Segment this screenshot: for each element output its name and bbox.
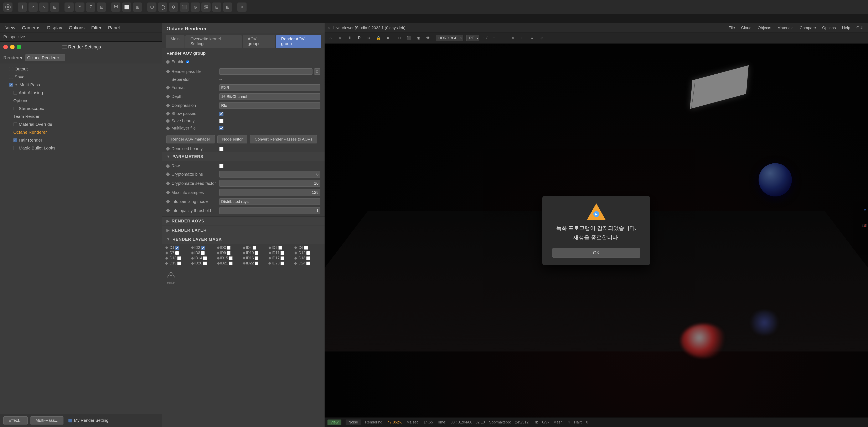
sidebar-item-magic-bullet[interactable]: Magic Bullet Looks (0, 144, 162, 152)
toolbar-chain[interactable]: ⛓ (202, 2, 211, 12)
sidebar-item-stereoscopic[interactable]: Stereoscopic (0, 105, 162, 112)
sidebar-item-multipass[interactable]: ✓ ▼ Multi-Pass (0, 81, 162, 89)
vt-zoom-out[interactable]: - (499, 34, 507, 42)
toolbar-rotate[interactable]: ↺ (29, 2, 38, 12)
vt-square[interactable]: □ (396, 34, 403, 42)
lv-menu-objects[interactable]: Objects (756, 25, 773, 31)
lv-menu-gui[interactable]: GUI (855, 25, 865, 31)
id19-checkbox[interactable] (177, 262, 181, 265)
toolbar-scale[interactable]: ⤡ (39, 2, 49, 12)
toolbar-transform[interactable]: ⊞ (50, 2, 59, 12)
vt-zoom-in[interactable]: + (490, 34, 498, 42)
lv-menu-file[interactable]: File (727, 25, 737, 31)
vt-eye[interactable]: 👁 (424, 34, 432, 42)
id15-checkbox[interactable] (229, 256, 232, 260)
maximize-button[interactable] (17, 45, 21, 49)
menu-display[interactable]: Display (44, 24, 65, 31)
lv-menu-help[interactable]: Help (840, 25, 852, 31)
id11-checkbox[interactable] (280, 251, 284, 255)
hdr-select[interactable]: HDR/sRGB (436, 35, 463, 41)
status-view-tab[interactable]: View (328, 420, 341, 425)
toolbar-add[interactable]: ⊕ (191, 2, 200, 12)
id5-checkbox[interactable] (278, 246, 282, 250)
vt-circle2[interactable]: ○ (509, 34, 517, 42)
sidebar-item-octane[interactable]: Octane Renderer (0, 128, 162, 136)
id16-checkbox[interactable] (255, 256, 258, 260)
vt-pause[interactable]: ⏸ (346, 34, 354, 42)
crypto-bins-input[interactable] (219, 171, 320, 177)
effect-button[interactable]: Effect... (3, 417, 28, 425)
sidebar-item-material-override[interactable]: Material Override (0, 120, 162, 128)
multipass-button[interactable]: Multi-Pass... (30, 417, 63, 425)
menu-options[interactable]: Options (66, 24, 88, 31)
id23-checkbox[interactable] (280, 262, 284, 265)
id4-checkbox[interactable] (253, 246, 256, 250)
id8-checkbox[interactable] (201, 251, 205, 255)
material-check[interactable] (13, 123, 17, 126)
format-select[interactable]: EXR (219, 85, 320, 91)
node-editor-btn[interactable]: Node editor (217, 135, 247, 143)
max-info-input[interactable] (219, 189, 320, 196)
id6-checkbox[interactable] (304, 246, 308, 250)
sidebar-item-output[interactable]: Output (0, 65, 162, 73)
rpf-btn[interactable]: □ (314, 68, 320, 75)
id3-checkbox[interactable] (227, 246, 230, 250)
help-icon-group[interactable]: ? HELP (166, 271, 176, 285)
minimize-button[interactable] (10, 45, 14, 49)
toolbar-3d-cube[interactable]: ⬡ (147, 2, 156, 12)
vt-r-icon[interactable]: R (355, 34, 363, 42)
rpf-field[interactable] (219, 68, 312, 75)
alert-ok-button[interactable]: OK (552, 248, 641, 258)
lv-menu-materials[interactable]: Materials (776, 25, 795, 31)
sidebar-item-teamrender[interactable]: Team Render (0, 112, 162, 120)
vt-lock[interactable]: 🔒 (374, 34, 382, 42)
status-noise-tab[interactable]: Noise (346, 420, 361, 425)
vt-sphere[interactable]: ● (384, 34, 392, 42)
show-passes-checkbox[interactable] (219, 112, 223, 116)
id18-checkbox[interactable] (306, 256, 310, 260)
sidebar-item-options[interactable]: Options (0, 97, 162, 105)
tab-aov-groups[interactable]: AOV groups (243, 35, 275, 48)
toolbar-film[interactable]: 🎞 (111, 2, 121, 12)
sidebar-item-hair[interactable]: ✓ Hair Render (0, 136, 162, 144)
render-layer-mask-header[interactable]: ▼ RENDER LAYER MASK (162, 235, 324, 244)
toolbar-mirror[interactable]: ⊟ (212, 2, 221, 12)
renderer-select[interactable]: Octane Renderer (25, 55, 65, 61)
vt-circle[interactable]: ○ (336, 34, 344, 42)
vt-sphere2[interactable]: ◉ (415, 34, 423, 42)
sidebar-item-save[interactable]: Save (0, 73, 162, 81)
toolbar-circle[interactable]: ◯ (158, 2, 167, 12)
toolbar-film2[interactable]: ⬜ (122, 2, 131, 12)
multipass-check[interactable]: ✓ (9, 83, 13, 87)
opacity-input[interactable] (219, 207, 320, 214)
magicbullet-check[interactable] (13, 146, 17, 150)
parameters-header[interactable]: ▼ PARAMETERS (162, 152, 324, 161)
enable-checkbox[interactable] (186, 61, 189, 63)
live-viewer-close[interactable]: ✕ (328, 26, 331, 30)
toolbar-move[interactable]: ✛ (18, 2, 27, 12)
id24-checkbox[interactable] (306, 262, 310, 265)
toolbar-grid[interactable]: ⊞ (223, 2, 232, 12)
tab-render-aov-group[interactable]: Render AOV group (276, 35, 321, 48)
id7-checkbox[interactable] (175, 251, 179, 255)
toolbar-fx[interactable]: ✦ (238, 2, 247, 12)
vt-gear[interactable]: ⚙ (365, 34, 373, 42)
toolbar-film3[interactable]: ⊞ (133, 2, 142, 12)
lv-menu-cloud[interactable]: Cloud (739, 25, 753, 31)
render-layer-header[interactable]: ▶ RENDER LAYER (162, 226, 324, 235)
toolbar-coord[interactable]: ⊡ (97, 2, 106, 12)
vt-home[interactable]: ⌂ (327, 34, 335, 42)
toolbar-gear[interactable]: ⚙ (169, 2, 178, 12)
raw-checkbox[interactable] (219, 164, 223, 168)
render-aovs-header[interactable]: ▶ RENDER AOVS (162, 217, 324, 226)
convert-passes-btn[interactable]: Convert Render Passes to AOVs (250, 135, 317, 143)
lv-menu-options[interactable]: Options (820, 25, 837, 31)
vt-bars[interactable]: ≡ (528, 34, 536, 42)
vt-square2[interactable]: □ (519, 34, 527, 42)
viewport-canvas[interactable]: 1086*1922 ZOOM MNG PNO :0/512 cm Y Z (324, 44, 868, 418)
id9-checkbox[interactable] (227, 251, 230, 255)
id14-checkbox[interactable] (203, 256, 207, 260)
id10-checkbox[interactable] (255, 251, 258, 255)
menu-filter[interactable]: Filter (88, 24, 104, 31)
tab-main[interactable]: Main (165, 35, 185, 48)
